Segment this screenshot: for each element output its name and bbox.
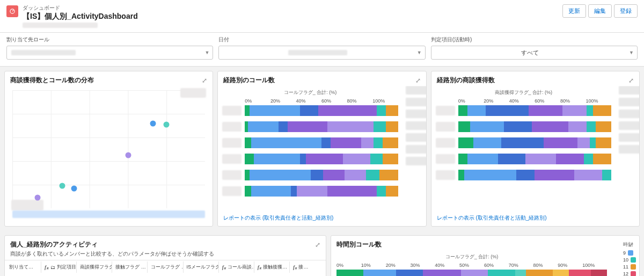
bar-track[interactable] [245,137,398,148]
bar-segment[interactable] [377,186,386,197]
bar-segment[interactable] [374,121,386,132]
bar-segment[interactable] [245,154,254,164]
bar-segment[interactable] [562,105,587,116]
bar-segment[interactable] [596,121,611,132]
bar-segment[interactable] [498,154,525,164]
scatter-point[interactable] [34,195,40,201]
filter-role-select[interactable]: ▼ [6,46,213,60]
bar-segment[interactable] [544,137,577,148]
expand-icon[interactable]: ⤢ [202,77,207,84]
bar-segment[interactable] [297,186,327,197]
bar-segment[interactable] [461,270,488,276]
bar-segment[interactable] [458,121,471,132]
bar-segment[interactable] [331,137,361,148]
bar-segment[interactable] [250,105,300,116]
bar-segment[interactable] [300,105,318,116]
bar-segment[interactable] [587,105,592,116]
legend-item[interactable]: 10 [623,257,636,263]
filter-date-select[interactable]: ▼ [218,46,425,60]
bar-segment[interactable] [300,154,306,164]
bar-segment[interactable] [386,121,398,132]
legend-item[interactable]: 11 [623,264,636,270]
bar-segment[interactable] [245,186,251,197]
bar-segment[interactable] [423,270,461,276]
bar-segment[interactable] [458,137,474,148]
report-link[interactable]: レポートの表示 (取引先責任者と活動_経路別) [223,215,333,221]
legend-item[interactable]: 9 [623,250,636,256]
bar-segment[interactable] [323,170,345,180]
stacked-bar[interactable] [336,270,607,276]
bar-segment[interactable] [473,137,501,148]
bar-segment[interactable] [593,154,611,164]
bar-segment[interactable] [535,170,574,180]
stacked-bars[interactable] [436,105,611,181]
bar-segment[interactable] [377,105,386,116]
scatter-point[interactable] [164,121,170,127]
edit-button[interactable]: 編集 [588,4,612,18]
table-column-header[interactable]: 割り当て… [6,262,41,273]
table-column-header[interactable]: 接触フラグ … [112,262,148,273]
bar-segment[interactable] [245,170,250,180]
bar-segment[interactable] [590,137,596,148]
bar-segment[interactable] [504,121,531,132]
bar-segment[interactable] [569,270,590,276]
bar-segment[interactable] [516,170,535,180]
bar-track[interactable] [458,154,611,164]
bar-segment[interactable] [245,105,250,116]
scatter-point[interactable] [150,120,156,126]
bar-segment[interactable] [288,121,327,132]
bar-track[interactable] [458,121,611,132]
bar-segment[interactable] [574,170,602,180]
bar-segment[interactable] [291,186,297,197]
bar-segment[interactable] [553,270,569,276]
bar-segment[interactable] [363,270,396,276]
scatter-point[interactable] [125,152,131,158]
bar-segment[interactable] [568,121,587,132]
bar-segment[interactable] [596,137,611,148]
table-column-header[interactable]: fₓ🗂判定項目(活動時)まと… [41,262,77,273]
bar-segment[interactable] [366,170,380,180]
bar-segment[interactable] [349,105,376,116]
bar-segment[interactable] [386,105,398,116]
bar-segment[interactable] [250,170,311,180]
bar-segment[interactable] [464,170,516,180]
bar-segment[interactable] [254,154,300,164]
table-column-header[interactable]: 商談獲得フラグ … [77,262,112,273]
bar-track[interactable] [458,137,611,148]
expand-icon[interactable]: ⤢ [415,77,421,84]
bar-segment[interactable] [396,270,423,276]
bar-segment[interactable] [593,105,611,116]
scatter-point[interactable] [60,183,65,189]
bar-segment[interactable] [321,137,331,148]
bar-track[interactable] [458,170,611,180]
table-column-header[interactable]: ISメールフラグ … [184,262,219,273]
bar-track[interactable] [245,186,398,197]
bar-segment[interactable] [383,154,398,164]
bar-segment[interactable] [251,186,291,197]
bar-segment[interactable] [251,137,321,148]
bar-segment[interactable] [311,170,323,180]
bar-segment[interactable] [501,137,544,148]
bar-track[interactable] [245,121,398,132]
bar-segment[interactable] [379,170,398,180]
refresh-button[interactable]: 更新 [562,4,586,18]
stacked-bars[interactable] [222,105,398,197]
expand-icon[interactable]: ⤢ [315,241,320,249]
bar-segment[interactable] [529,105,562,116]
expand-icon[interactable]: ⤢ [628,77,634,84]
bar-segment[interactable] [327,186,376,197]
bar-segment[interactable] [488,270,515,276]
bar-segment[interactable] [458,154,467,164]
bar-segment[interactable] [458,170,464,180]
bar-segment[interactable] [279,121,288,132]
bar-segment[interactable] [577,137,590,148]
bar-segment[interactable] [515,270,526,276]
table-column-header[interactable]: fₓ接… [290,262,325,273]
bar-segment[interactable] [374,137,383,148]
bar-segment[interactable] [336,270,363,276]
bar-segment[interactable] [486,105,529,116]
bar-segment[interactable] [532,121,568,132]
bar-track[interactable] [458,105,611,116]
bar-segment[interactable] [327,121,374,132]
bar-segment[interactable] [602,170,611,180]
